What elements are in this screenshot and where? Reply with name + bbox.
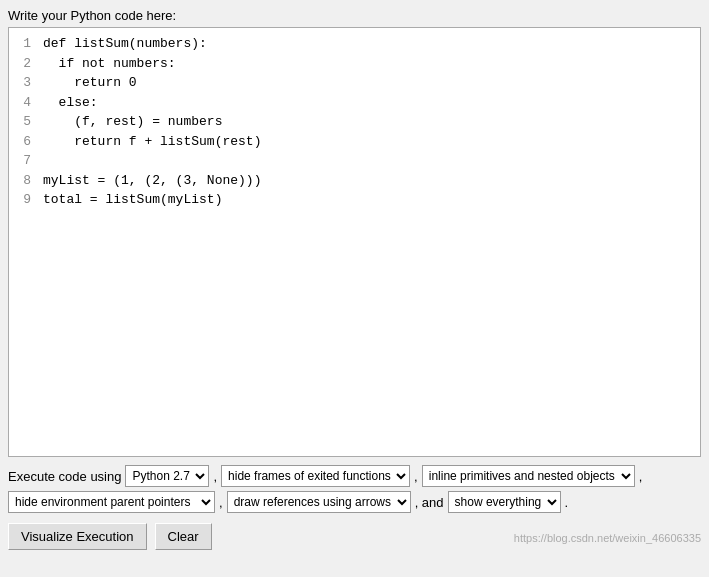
env-select[interactable]: hide environment parent pointers show en… [8, 491, 215, 513]
code-editor: 1 2 3 4 5 6 7 8 9 def listSum(numbers): … [8, 27, 701, 457]
code-text[interactable]: def listSum(numbers): if not numbers: re… [37, 28, 700, 456]
comma1: , [213, 469, 217, 484]
inline-select[interactable]: inline primitives and nested objects ren… [422, 465, 635, 487]
comma4: , [219, 495, 223, 510]
show-select[interactable]: show everything hide [448, 491, 561, 513]
frames-select[interactable]: hide frames of exited functions show all… [221, 465, 410, 487]
comma3: , [639, 469, 643, 484]
page-wrapper: Write your Python code here: 1 2 3 4 5 6… [0, 0, 709, 558]
write-label: Write your Python code here: [8, 8, 701, 23]
watermark: https://blog.csdn.net/weixin_46606335 [514, 532, 701, 544]
clear-button[interactable]: Clear [155, 523, 212, 550]
and-label: , and [415, 495, 444, 510]
period: . [565, 495, 569, 510]
comma2: , [414, 469, 418, 484]
python-version-select[interactable]: Python 2.7 Python 3.6 [125, 465, 209, 487]
controls-row1: Execute code using Python 2.7 Python 3.6… [8, 465, 701, 487]
controls-row2: hide environment parent pointers show en… [8, 491, 701, 513]
execute-label: Execute code using [8, 469, 121, 484]
visualize-button[interactable]: Visualize Execution [8, 523, 147, 550]
arrows-select[interactable]: draw references using arrows use text la… [227, 491, 411, 513]
buttons-row: Visualize Execution Clear https://blog.c… [8, 523, 701, 550]
line-numbers: 1 2 3 4 5 6 7 8 9 [9, 28, 37, 456]
